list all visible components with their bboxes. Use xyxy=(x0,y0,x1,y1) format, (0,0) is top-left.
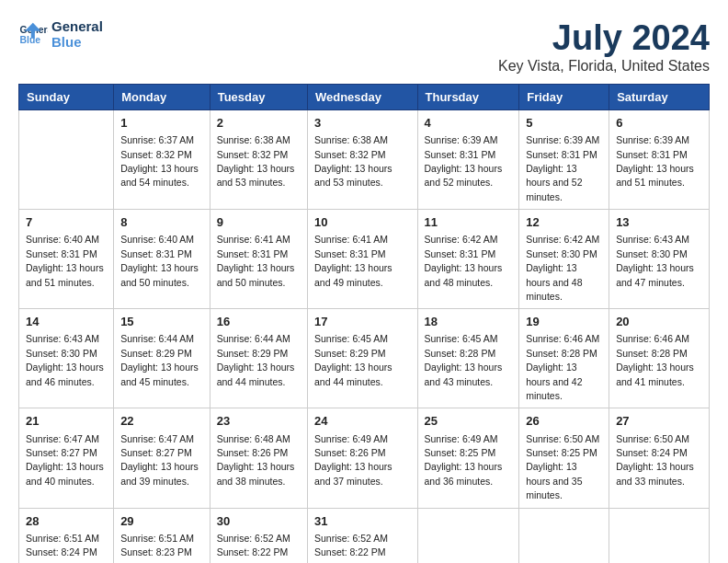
day-details: Sunrise: 6:45 AMSunset: 8:29 PMDaylight:… xyxy=(314,333,392,386)
day-details: Sunrise: 6:42 AMSunset: 8:31 PMDaylight:… xyxy=(425,234,503,287)
day-details: Sunrise: 6:52 AMSunset: 8:22 PMDaylight:… xyxy=(314,533,392,563)
day-cell: 25 Sunrise: 6:49 AMSunset: 8:25 PMDaylig… xyxy=(417,408,519,508)
day-cell xyxy=(609,508,710,563)
day-details: Sunrise: 6:44 AMSunset: 8:29 PMDaylight:… xyxy=(217,333,295,386)
day-details: Sunrise: 6:51 AMSunset: 8:24 PMDaylight:… xyxy=(26,533,104,563)
day-cell: 21 Sunrise: 6:47 AMSunset: 8:27 PMDaylig… xyxy=(19,408,114,508)
weekday-header-saturday: Saturday xyxy=(609,85,710,110)
day-details: Sunrise: 6:51 AMSunset: 8:23 PMDaylight:… xyxy=(120,533,199,563)
logo: General Blue General Blue xyxy=(18,18,103,51)
day-details: Sunrise: 6:46 AMSunset: 8:28 PMDaylight:… xyxy=(616,333,694,386)
day-cell: 5 Sunrise: 6:39 AMSunset: 8:31 PMDayligh… xyxy=(519,110,609,210)
day-cell: 17 Sunrise: 6:45 AMSunset: 8:29 PMDaylig… xyxy=(307,309,417,408)
day-cell: 24 Sunrise: 6:49 AMSunset: 8:26 PMDaylig… xyxy=(307,408,417,508)
day-cell xyxy=(417,508,519,563)
weekday-header-row: SundayMondayTuesdayWednesdayThursdayFrid… xyxy=(19,85,710,110)
day-cell: 2 Sunrise: 6:38 AMSunset: 8:32 PMDayligh… xyxy=(210,110,307,210)
day-number: 15 xyxy=(120,314,203,330)
day-details: Sunrise: 6:50 AMSunset: 8:24 PMDaylight:… xyxy=(616,433,694,487)
weekday-header-thursday: Thursday xyxy=(417,85,519,110)
day-details: Sunrise: 6:52 AMSunset: 8:22 PMDaylight:… xyxy=(217,533,295,563)
day-details: Sunrise: 6:42 AMSunset: 8:30 PMDaylight:… xyxy=(526,234,599,302)
day-details: Sunrise: 6:40 AMSunset: 8:31 PMDaylight:… xyxy=(26,234,104,287)
day-number: 8 xyxy=(120,214,203,231)
day-cell: 11 Sunrise: 6:42 AMSunset: 8:31 PMDaylig… xyxy=(417,210,519,309)
day-details: Sunrise: 6:39 AMSunset: 8:31 PMDaylight:… xyxy=(616,134,694,188)
day-number: 4 xyxy=(425,115,513,132)
day-number: 16 xyxy=(217,314,301,330)
day-number: 1 xyxy=(120,115,203,132)
day-number: 2 xyxy=(217,115,301,132)
day-details: Sunrise: 6:38 AMSunset: 8:32 PMDaylight:… xyxy=(217,134,295,188)
weekday-header-monday: Monday xyxy=(114,85,210,110)
day-number: 5 xyxy=(526,115,602,132)
weekday-header-friday: Friday xyxy=(519,85,609,110)
day-number: 12 xyxy=(526,214,602,231)
week-row-4: 21 Sunrise: 6:47 AMSunset: 8:27 PMDaylig… xyxy=(19,408,710,508)
day-details: Sunrise: 6:44 AMSunset: 8:29 PMDaylight:… xyxy=(120,333,199,386)
day-details: Sunrise: 6:49 AMSunset: 8:26 PMDaylight:… xyxy=(314,433,392,487)
day-cell: 22 Sunrise: 6:47 AMSunset: 8:27 PMDaylig… xyxy=(114,408,210,508)
day-number: 25 xyxy=(425,413,513,430)
day-number: 20 xyxy=(616,314,702,330)
day-details: Sunrise: 6:40 AMSunset: 8:31 PMDaylight:… xyxy=(120,234,199,287)
day-details: Sunrise: 6:39 AMSunset: 8:31 PMDaylight:… xyxy=(526,134,599,202)
day-number: 21 xyxy=(26,413,107,430)
day-cell: 30 Sunrise: 6:52 AMSunset: 8:22 PMDaylig… xyxy=(210,508,307,563)
day-details: Sunrise: 6:47 AMSunset: 8:27 PMDaylight:… xyxy=(120,433,199,487)
day-cell: 3 Sunrise: 6:38 AMSunset: 8:32 PMDayligh… xyxy=(307,110,417,210)
day-details: Sunrise: 6:43 AMSunset: 8:30 PMDaylight:… xyxy=(26,333,104,386)
day-cell: 18 Sunrise: 6:45 AMSunset: 8:28 PMDaylig… xyxy=(417,309,519,408)
week-row-1: 1 Sunrise: 6:37 AMSunset: 8:32 PMDayligh… xyxy=(19,110,710,210)
day-details: Sunrise: 6:37 AMSunset: 8:32 PMDaylight:… xyxy=(120,134,199,188)
day-number: 22 xyxy=(120,413,203,430)
calendar-subtitle: Key Vista, Florida, United States xyxy=(498,58,710,75)
logo-text-general: General xyxy=(51,18,103,34)
day-details: Sunrise: 6:38 AMSunset: 8:32 PMDaylight:… xyxy=(314,134,392,188)
weekday-header-wednesday: Wednesday xyxy=(307,85,417,110)
weekday-header-sunday: Sunday xyxy=(19,85,114,110)
day-details: Sunrise: 6:46 AMSunset: 8:28 PMDaylight:… xyxy=(526,333,599,401)
page-header: General Blue General Blue July 2024 Key … xyxy=(18,18,710,75)
day-cell: 6 Sunrise: 6:39 AMSunset: 8:31 PMDayligh… xyxy=(609,110,710,210)
day-details: Sunrise: 6:45 AMSunset: 8:28 PMDaylight:… xyxy=(425,333,503,386)
day-cell: 14 Sunrise: 6:43 AMSunset: 8:30 PMDaylig… xyxy=(19,309,114,408)
day-number: 18 xyxy=(425,314,513,330)
day-cell: 31 Sunrise: 6:52 AMSunset: 8:22 PMDaylig… xyxy=(307,508,417,563)
day-number: 23 xyxy=(217,413,301,430)
day-cell: 12 Sunrise: 6:42 AMSunset: 8:30 PMDaylig… xyxy=(519,210,609,309)
day-cell xyxy=(519,508,609,563)
day-cell: 20 Sunrise: 6:46 AMSunset: 8:28 PMDaylig… xyxy=(609,309,710,408)
day-cell: 15 Sunrise: 6:44 AMSunset: 8:29 PMDaylig… xyxy=(114,309,210,408)
day-number: 29 xyxy=(120,513,203,530)
day-details: Sunrise: 6:47 AMSunset: 8:27 PMDaylight:… xyxy=(26,433,104,487)
day-details: Sunrise: 6:50 AMSunset: 8:25 PMDaylight:… xyxy=(526,433,599,501)
day-number: 31 xyxy=(314,513,411,530)
day-cell: 13 Sunrise: 6:43 AMSunset: 8:30 PMDaylig… xyxy=(609,210,710,309)
day-number: 3 xyxy=(314,115,411,132)
day-cell: 29 Sunrise: 6:51 AMSunset: 8:23 PMDaylig… xyxy=(114,508,210,563)
weekday-header-tuesday: Tuesday xyxy=(210,85,307,110)
day-number: 11 xyxy=(425,214,513,231)
day-number: 27 xyxy=(616,413,702,430)
day-number: 26 xyxy=(526,413,602,430)
day-details: Sunrise: 6:41 AMSunset: 8:31 PMDaylight:… xyxy=(314,234,392,287)
day-number: 19 xyxy=(526,314,602,330)
day-number: 24 xyxy=(314,413,411,430)
day-number: 7 xyxy=(26,214,107,231)
day-details: Sunrise: 6:48 AMSunset: 8:26 PMDaylight:… xyxy=(217,433,295,487)
day-cell: 1 Sunrise: 6:37 AMSunset: 8:32 PMDayligh… xyxy=(114,110,210,210)
day-number: 10 xyxy=(314,214,411,231)
day-cell: 26 Sunrise: 6:50 AMSunset: 8:25 PMDaylig… xyxy=(519,408,609,508)
day-cell: 10 Sunrise: 6:41 AMSunset: 8:31 PMDaylig… xyxy=(307,210,417,309)
day-number: 17 xyxy=(314,314,411,330)
day-cell: 8 Sunrise: 6:40 AMSunset: 8:31 PMDayligh… xyxy=(114,210,210,309)
day-cell: 28 Sunrise: 6:51 AMSunset: 8:24 PMDaylig… xyxy=(19,508,114,563)
day-cell: 27 Sunrise: 6:50 AMSunset: 8:24 PMDaylig… xyxy=(609,408,710,508)
week-row-3: 14 Sunrise: 6:43 AMSunset: 8:30 PMDaylig… xyxy=(19,309,710,408)
day-number: 28 xyxy=(26,513,107,530)
day-cell xyxy=(19,110,114,210)
svg-text:Blue: Blue xyxy=(20,35,41,45)
day-number: 14 xyxy=(26,314,107,330)
day-cell: 7 Sunrise: 6:40 AMSunset: 8:31 PMDayligh… xyxy=(19,210,114,309)
